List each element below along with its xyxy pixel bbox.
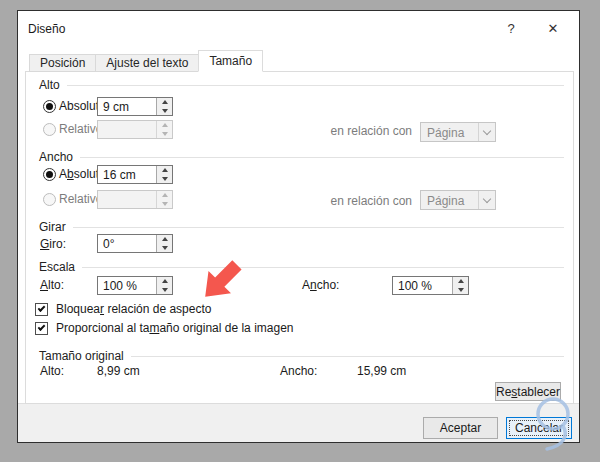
- accept-button[interactable]: Aceptar: [423, 417, 498, 439]
- escala-ancho-value[interactable]: 100 %: [393, 277, 452, 294]
- label-pre: Re: [496, 385, 511, 399]
- giro-value[interactable]: 0°: [98, 235, 156, 252]
- escala-ancho-label: Ancho:: [302, 278, 339, 292]
- ancho-relation-value: Página: [421, 191, 478, 209]
- ancho-relative-radio: [43, 193, 56, 206]
- spin-up-icon[interactable]: [157, 166, 172, 175]
- group-header-original: Tamaño original: [39, 349, 564, 363]
- giro-spinbox[interactable]: 0°: [97, 234, 173, 253]
- footer-bar: Aceptar Cancelar: [18, 403, 579, 442]
- chevron-down-icon: [478, 123, 495, 141]
- escala-ancho-spinbox[interactable]: 100 %: [392, 276, 469, 295]
- spin-down-icon[interactable]: [157, 175, 172, 184]
- label-post: lto:: [48, 278, 64, 292]
- tab-bar: Posición Ajuste del texto Tamaño: [29, 50, 262, 72]
- proportional-checkbox[interactable]: [35, 322, 48, 335]
- spin-down-icon: [157, 200, 172, 209]
- escala-alto-label: Alto:: [40, 278, 64, 292]
- spinner-buttons[interactable]: [156, 235, 172, 252]
- label-post: cho:: [317, 278, 340, 292]
- group-header-ancho: Ancho: [39, 150, 564, 164]
- ancho-relative-label: Relativo: [59, 192, 102, 206]
- alto-absolute-spinbox[interactable]: 9 cm: [97, 97, 173, 116]
- ancho-relation-label: en relación con: [286, 194, 412, 208]
- layout-dialog: Diseño ? ✕ Posición Ajuste del texto Tam…: [17, 10, 580, 443]
- ancho-absolute-value[interactable]: 16 cm: [98, 166, 156, 183]
- ancho-absolute-radio[interactable]: [43, 168, 56, 181]
- ancho-relative-value: [98, 191, 156, 208]
- spin-down-icon[interactable]: [157, 286, 172, 295]
- spin-up-icon: [157, 121, 172, 130]
- tab-page-tamano: Alto Absoluto 9 cm Relativo en relación …: [25, 71, 574, 404]
- original-ancho-value: 15,99 cm: [357, 364, 406, 378]
- label-key: A: [40, 278, 48, 292]
- spinner-buttons: [156, 191, 172, 208]
- alto-relation-value: Página: [421, 123, 478, 141]
- alto-relative-label: Relativo: [59, 122, 102, 136]
- ancho-relative-spinbox: [97, 190, 173, 209]
- annotation-arrow-icon: [191, 249, 253, 307]
- spin-down-icon[interactable]: [453, 286, 468, 295]
- spin-down-icon[interactable]: [157, 107, 172, 116]
- screenshot-background: { "window": { "title": "Diseño", "help_l…: [0, 0, 600, 462]
- group-line: [73, 227, 564, 228]
- original-alto-label: Alto:: [40, 364, 64, 378]
- annotation-cursor-icon: [511, 394, 581, 454]
- group-line: [67, 85, 564, 86]
- spin-up-icon[interactable]: [157, 235, 172, 244]
- tab-tamano[interactable]: Tamaño: [198, 50, 263, 72]
- alto-relative-value: [98, 121, 156, 138]
- spin-up-icon: [157, 191, 172, 200]
- spin-down-icon[interactable]: [157, 244, 172, 253]
- label-pre: Bloquea: [56, 302, 100, 316]
- ancho-relation-dropdown: Página: [420, 190, 496, 210]
- proportional-label: Proporcional al tamaño original de la im…: [56, 321, 293, 335]
- label-key: G: [40, 237, 49, 251]
- close-icon[interactable]: ✕: [544, 21, 562, 36]
- alto-absolute-radio[interactable]: [43, 100, 56, 113]
- help-icon[interactable]: ?: [502, 21, 520, 36]
- check-icon: [38, 323, 46, 331]
- spinner-buttons[interactable]: [156, 277, 172, 294]
- group-header-escala: Escala: [39, 260, 564, 274]
- spin-up-icon[interactable]: [453, 277, 468, 286]
- label-key: n: [310, 278, 317, 292]
- label-pre: Proporcional al ta: [56, 321, 149, 335]
- alto-absolute-value[interactable]: 9 cm: [98, 98, 156, 115]
- original-alto-value: 8,99 cm: [97, 364, 140, 378]
- group-title-ancho: Ancho: [39, 150, 73, 164]
- check-icon: [38, 304, 46, 312]
- ancho-absolute-spinbox[interactable]: 16 cm: [97, 165, 173, 184]
- label-post: iro:: [49, 237, 66, 251]
- label-pre: A: [59, 167, 67, 181]
- escala-alto-spinbox[interactable]: 100 %: [97, 276, 173, 295]
- group-line: [82, 267, 564, 268]
- spin-up-icon[interactable]: [157, 98, 172, 107]
- alto-relation-dropdown: Página: [420, 122, 496, 142]
- group-line: [80, 157, 564, 158]
- label-key: b: [67, 167, 74, 181]
- chevron-down-icon: [478, 191, 495, 209]
- spinner-buttons[interactable]: [452, 277, 468, 294]
- spinner-buttons: [156, 121, 172, 138]
- original-ancho-label: Ancho:: [280, 364, 317, 378]
- tab-posicion[interactable]: Posición: [29, 54, 96, 72]
- group-header-girar: Girar: [39, 220, 564, 234]
- group-title-escala: Escala: [39, 260, 75, 274]
- spin-down-icon: [157, 130, 172, 139]
- lock-aspect-label: Bloquear relación de aspecto: [56, 302, 211, 316]
- group-header-alto: Alto: [39, 78, 564, 92]
- escala-alto-value[interactable]: 100 %: [98, 277, 156, 294]
- group-line: [131, 356, 564, 357]
- label-pre: Absolut: [59, 99, 99, 113]
- label-pre: A: [302, 278, 310, 292]
- spinner-buttons[interactable]: [156, 98, 172, 115]
- giro-label: Giro:: [40, 237, 66, 251]
- tab-ajuste-del-texto[interactable]: Ajuste del texto: [95, 54, 199, 72]
- lock-aspect-checkbox[interactable]: [35, 303, 48, 316]
- group-title-alto: Alto: [39, 78, 60, 92]
- alto-relation-label: en relación con: [286, 124, 412, 138]
- alto-relative-radio: [43, 123, 56, 136]
- spinner-buttons[interactable]: [156, 166, 172, 183]
- spin-up-icon[interactable]: [157, 277, 172, 286]
